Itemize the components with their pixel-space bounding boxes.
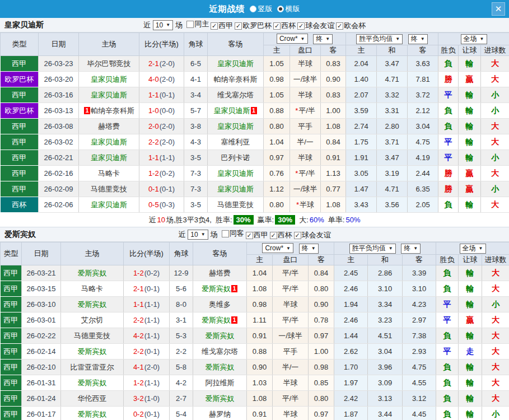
away-team: 维戈塞尔塔	[208, 87, 264, 103]
away-team: 爱斯宾奴	[193, 360, 247, 375]
fulltime-score: 4-1	[133, 363, 144, 371]
score: 1-2(1-1)	[124, 375, 170, 391]
home-team: 爱斯宾奴	[61, 297, 124, 312]
match-row: 西甲26-03-16皇家贝迪斯1-1(0-1)3-4维戈塞尔塔1.05半球0.8…	[1, 87, 509, 103]
checkbox-checked-icon[interactable]: ✓	[294, 232, 301, 239]
avg-lose: 3.12	[403, 391, 436, 407]
checkbox-checked-icon[interactable]: ✓	[336, 22, 343, 30]
score: 3-2(1-0)	[124, 391, 170, 407]
checkbox-checked-icon[interactable]: ✓	[235, 22, 242, 30]
match-date: 26-02-16	[39, 166, 79, 181]
filter-checkbox-label: 西杯	[281, 21, 296, 31]
scope-select[interactable]: 全场▼	[461, 34, 487, 44]
star-icon: *	[296, 200, 299, 209]
layout-radio-horizontal[interactable]: 横版	[277, 4, 300, 14]
subcol-avg-draw: 和	[377, 45, 408, 56]
checkbox-unchecked-icon[interactable]	[222, 230, 229, 237]
handicap-line: *平/半	[290, 103, 321, 119]
avg-win: 3.05	[346, 166, 377, 181]
recent-count-select[interactable]: 10 ▼	[153, 20, 173, 30]
filter-checkbox[interactable]: ✓欧罗巴杯	[235, 21, 272, 31]
filter-controls: 近 10 ▼ 场 同客✓西甲✓西杯✓球会友谊	[177, 228, 331, 240]
radio-icon[interactable]	[250, 6, 256, 12]
team-name: 皇家贝迪斯	[91, 138, 127, 146]
col-header-corner: 角球	[184, 33, 208, 56]
score: 2-1(2-0)	[139, 56, 184, 72]
avg-lose: 7.38	[403, 328, 436, 344]
result-handicap: 走	[459, 344, 482, 360]
halftime-score: (1-1)	[144, 300, 160, 309]
col-header-home: 主场	[61, 242, 124, 265]
result-handicap: 贏	[459, 166, 481, 181]
type-badge: 欧罗巴杯	[1, 103, 39, 119]
filter-checkbox[interactable]: ✓西杯	[273, 21, 296, 31]
odds-away: 0.83	[321, 87, 346, 103]
result-goals: 小	[481, 150, 509, 166]
corner-count: 3-8	[184, 119, 208, 134]
filter-checkbox[interactable]: ✓西甲	[246, 230, 268, 240]
corner-count: 5-4	[170, 407, 193, 420]
corner-count: 7-3	[184, 166, 208, 181]
star-icon: *	[295, 106, 298, 115]
odds-home: 0.80	[264, 197, 290, 213]
filter-checkbox[interactable]: ✓西甲	[211, 21, 233, 31]
avg-lose: 4.75	[403, 360, 436, 375]
layout-radio-vertical[interactable]: 竖版	[250, 4, 273, 14]
filter-checkbox-label: 欧会杯	[344, 21, 366, 31]
avg-win: 2.45	[334, 265, 368, 281]
away-team: 爱斯宾奴1	[193, 281, 247, 297]
result-handicap: 輸	[459, 281, 482, 297]
recent-count-select[interactable]: 10 ▼	[188, 230, 208, 240]
odds-stage-select[interactable]: 终▼	[313, 34, 333, 44]
odds-away: 0.85	[309, 375, 334, 391]
filter-checkbox[interactable]: 同主	[186, 19, 209, 29]
checkbox-checked-icon[interactable]: ✓	[273, 22, 281, 30]
odds-home: 1.08	[247, 391, 273, 407]
team-name: 阿拉维斯	[206, 379, 235, 387]
odds-source-select[interactable]: Crow*▼	[277, 34, 308, 44]
team-name: 维戈塞尔塔	[202, 347, 238, 356]
filter-checkbox[interactable]: ✓欧会杯	[336, 21, 366, 31]
avg-lose: 2.44	[408, 166, 438, 181]
result-handicap: 輸	[459, 103, 481, 119]
result-wdl: 負	[438, 103, 459, 119]
odds-source-select[interactable]: Crow*▼	[262, 243, 293, 253]
odds-stage-select[interactable]: 终▼	[299, 244, 319, 254]
radio-icon[interactable]	[277, 6, 284, 12]
checkbox-checked-icon[interactable]: ✓	[297, 22, 305, 30]
avg-lose: 4.23	[403, 297, 436, 312]
result-wdl: 勝	[438, 72, 459, 87]
checkbox-unchecked-icon[interactable]	[186, 21, 194, 28]
result-goals: 小	[481, 103, 509, 119]
score: 1-2(0-2)	[124, 265, 170, 281]
scope-select[interactable]: 全场▼	[460, 244, 486, 254]
checkbox-checked-icon[interactable]: ✓	[270, 232, 277, 239]
odds-home: 0.88	[247, 344, 273, 360]
avg-source-select[interactable]: 胜平负均值▼	[349, 244, 396, 254]
result-goals: 大	[482, 328, 509, 344]
filter-checkbox[interactable]: 同客	[222, 228, 244, 239]
match-row: 欧罗巴杯26-03-131帕纳辛奈科斯1-0(0-0)5-7皇家贝迪斯10.88…	[1, 103, 509, 119]
filter-checkbox[interactable]: ✓球会友谊	[297, 21, 334, 31]
match-row: 西杯26-02-06皇家贝迪斯0-5(0-3)3-5马德里竞技0.80*半球1.…	[1, 197, 509, 213]
match-date: 26-01-17	[22, 407, 61, 420]
result-wdl: 平	[436, 312, 459, 328]
filter-checkbox[interactable]: ✓西杯	[270, 230, 292, 240]
filter-checkbox-label: 同客	[230, 228, 244, 239]
filter-checkbox[interactable]: ✓球会友谊	[294, 230, 331, 240]
corner-count: 4-1	[184, 72, 208, 87]
close-button[interactable]: ✕	[492, 2, 505, 16]
type-badge: 欧罗巴杯	[1, 72, 39, 87]
checkbox-checked-icon[interactable]: ✓	[211, 22, 218, 30]
avg-source-select[interactable]: 胜平负均值▼	[356, 34, 403, 44]
checkbox-checked-icon[interactable]: ✓	[246, 232, 253, 239]
results-table-betis: 类型 日期 主场 比分(半场) 角球 客场 Crow*▼ 终▼ 胜平负均值▼ 终…	[0, 32, 509, 213]
avg-stage-select[interactable]: 终▼	[401, 244, 421, 254]
col-header-score: 比分(半场)	[139, 33, 184, 56]
score: 0-5(0-3)	[139, 197, 184, 213]
avg-stage-select[interactable]: 终▼	[408, 34, 428, 44]
score: 4-1(2-0)	[124, 360, 170, 375]
team-name: 皇家贝迪斯	[91, 153, 127, 162]
big-rate-value: 60%	[310, 216, 324, 224]
avg-lose: 4.75	[408, 134, 438, 150]
